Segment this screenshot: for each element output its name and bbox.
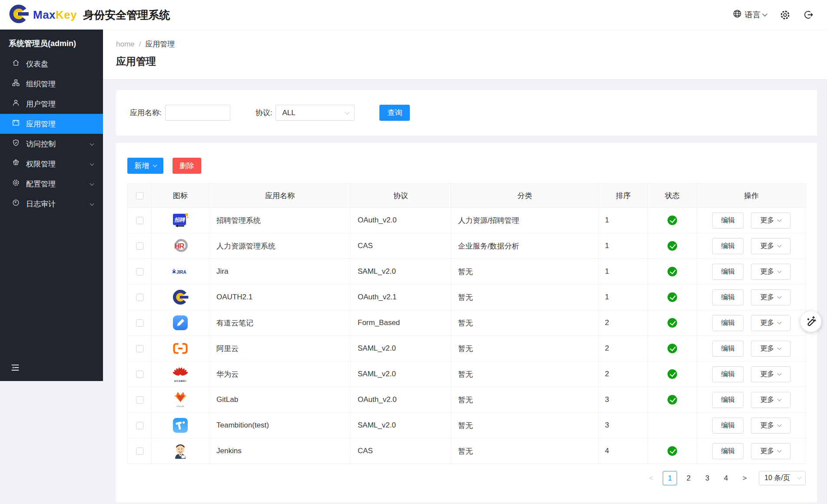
chevron-down-icon [777, 217, 782, 222]
applications-panel: 新增 删除 图标 应用名称 协议 分类 排序 状态 操作 [116, 143, 817, 502]
more-button[interactable]: 更多 [751, 418, 790, 434]
edit-button[interactable]: 编辑 [712, 315, 744, 331]
status-enabled-icon [668, 344, 677, 353]
table-row: JIRA Jira SAML_v2.0 暂无 1 编辑 更多 [128, 259, 806, 285]
app-protocol: Form_Based [351, 310, 451, 336]
protocol-select[interactable]: ALL [276, 105, 355, 121]
row-checkbox[interactable] [136, 268, 143, 275]
sidebar-item-organizations[interactable]: 组织管理 [0, 74, 103, 94]
logout-button[interactable] [804, 10, 814, 20]
select-all-checkbox[interactable] [136, 192, 143, 199]
more-button[interactable]: 更多 [751, 341, 790, 357]
table-row: GitLab GitLab OAuth_v2.0 暂无 3 编辑 更多 [128, 387, 806, 413]
more-button[interactable]: 更多 [751, 212, 790, 229]
app-name-input[interactable] [165, 105, 230, 121]
more-button[interactable]: 更多 [751, 392, 790, 408]
chevron-down-icon [762, 11, 767, 16]
chevron-down-icon [777, 371, 782, 375]
edit-button[interactable]: 编辑 [712, 289, 744, 305]
row-checkbox[interactable] [136, 422, 143, 429]
edit-button[interactable]: 编辑 [712, 418, 744, 434]
huawei-cloud-icon: HUAWEI [172, 365, 189, 383]
app-category: 暂无 [451, 336, 599, 361]
svg-text:JIRA: JIRA [176, 270, 186, 275]
top-header: MaxKey 身份安全管理系统 语言 [0, 0, 827, 30]
more-button[interactable]: 更多 [751, 238, 790, 254]
clock-icon [12, 199, 20, 209]
app-name: 阿里云 [209, 336, 351, 361]
chevron-down-icon [777, 345, 782, 350]
edit-button[interactable]: 编辑 [712, 392, 744, 408]
more-button[interactable]: 更多 [751, 289, 790, 305]
app-sort: 3 [599, 387, 648, 413]
row-checkbox[interactable] [136, 371, 143, 378]
edit-button[interactable]: 编辑 [712, 264, 744, 280]
edit-button[interactable]: 编辑 [712, 366, 744, 382]
row-checkbox[interactable] [136, 217, 143, 224]
row-checkbox[interactable] [136, 448, 143, 455]
row-checkbox[interactable] [136, 345, 143, 352]
maxkey-logo-icon [8, 3, 30, 27]
sidebar-item-label: 配置管理 [26, 179, 56, 189]
protocol-select-value: ALL [282, 109, 295, 117]
sidebar-item-configuration[interactable]: 配置管理 [0, 174, 103, 194]
chevron-down-icon [90, 201, 94, 206]
page-number-2[interactable]: 2 [681, 471, 696, 485]
settings-button[interactable] [780, 10, 790, 20]
column-header-status: 状态 [648, 184, 697, 208]
edit-button[interactable]: 编辑 [712, 443, 744, 459]
chevron-down-icon [777, 320, 782, 324]
magic-wand-icon [805, 315, 817, 328]
status-enabled-icon [668, 216, 677, 225]
chevron-down-icon [777, 243, 782, 247]
brand: MaxKey 身份安全管理系统 [8, 3, 170, 27]
page-number-1[interactable]: 1 [663, 471, 677, 485]
row-checkbox[interactable] [136, 319, 143, 327]
sidebar-item-label: 应用管理 [26, 119, 56, 129]
collapse-sidebar-button[interactable] [10, 363, 20, 374]
gear-icon [12, 179, 20, 189]
edit-button[interactable]: 编辑 [712, 341, 744, 357]
status-enabled-icon [668, 267, 677, 276]
more-button[interactable]: 更多 [751, 315, 790, 331]
sidebar-item-permissions[interactable]: 权限管理 [0, 154, 103, 174]
delete-button[interactable]: 删除 [173, 158, 201, 174]
language-switcher[interactable]: 语言 [732, 9, 767, 21]
row-checkbox[interactable] [136, 396, 143, 404]
column-header-icon: 图标 [152, 184, 209, 208]
page-number-4[interactable]: 4 [719, 471, 733, 485]
more-button[interactable]: 更多 [751, 264, 790, 280]
app-protocol: CAS [351, 233, 451, 259]
globe-icon [732, 9, 742, 21]
more-button[interactable]: 更多 [751, 443, 790, 459]
search-button[interactable]: 查询 [379, 105, 410, 121]
row-checkbox[interactable] [136, 242, 143, 250]
more-button[interactable]: 更多 [751, 366, 790, 382]
aliyun-icon [172, 340, 189, 357]
status-enabled-icon [668, 395, 677, 405]
table-header-row: 图标 应用名称 协议 分类 排序 状态 操作 [128, 184, 806, 208]
app-protocol: SAML_v2.0 [351, 361, 451, 387]
sidebar-item-applications[interactable]: 应用管理 [0, 114, 103, 134]
sidebar-item-audit-logs[interactable]: 日志审计 [0, 194, 103, 214]
gem-icon [12, 159, 20, 169]
app-protocol: OAuth_v2.0 [351, 208, 451, 233]
sidebar-item-users[interactable]: 用户管理 [0, 94, 103, 114]
edit-button[interactable]: 编辑 [712, 212, 744, 229]
table-row: HUAWEI 华为云 SAML_v2.0 暂无 2 编辑 更多 [128, 361, 806, 387]
brand-name: MaxKey [33, 8, 77, 22]
page-size-select[interactable]: 10 条/页 [759, 471, 806, 485]
sidebar-item-dashboard[interactable]: 仪表盘 [0, 54, 103, 74]
edit-button[interactable]: 编辑 [712, 238, 744, 254]
page-title: 应用管理 [116, 55, 827, 68]
page-number-3[interactable]: 3 [700, 471, 714, 485]
gitlab-icon: GitLab [172, 391, 189, 408]
breadcrumb-home-link[interactable]: home [116, 40, 135, 49]
status-enabled-icon [668, 292, 677, 302]
previous-page-button[interactable]: < [644, 471, 658, 485]
sidebar-item-access-control[interactable]: 访问控制 [0, 134, 103, 154]
row-checkbox[interactable] [136, 294, 143, 301]
add-button[interactable]: 新增 [127, 158, 163, 174]
theme-wand-button[interactable] [800, 311, 821, 332]
next-page-button[interactable]: > [737, 471, 752, 485]
